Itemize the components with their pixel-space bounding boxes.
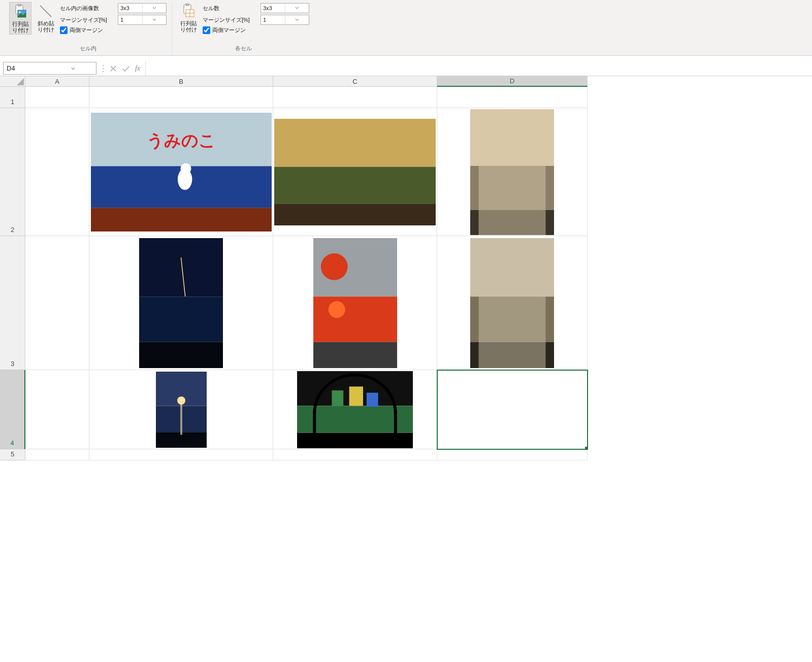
image-arched-corridor[interactable] (470, 109, 554, 235)
chevron-down-icon (50, 66, 96, 71)
ribbon-group-each-cell: 行列貼 り付け セル数 3x3 マージンサイズ[%] 1 (172, 2, 314, 55)
row-header-5[interactable]: 5 (0, 449, 25, 460)
svg-rect-21 (274, 119, 436, 167)
svg-rect-43 (180, 401, 182, 435)
svg-point-3 (19, 11, 21, 13)
clipboard-table-icon (180, 3, 197, 19)
row-header-1[interactable]: 1 (0, 87, 25, 108)
image-night-sky-meteor[interactable] (139, 238, 223, 368)
svg-rect-23 (274, 204, 436, 225)
image-hallway-stained-glass[interactable] (470, 238, 554, 368)
chevron-down-icon (285, 4, 309, 13)
row-header-3[interactable]: 3 (0, 236, 25, 370)
formula-buttons: fx (96, 61, 145, 76)
dots-icon (102, 64, 105, 73)
cell-B5[interactable] (89, 449, 273, 460)
svg-rect-29 (139, 342, 223, 368)
cell-B4[interactable] (89, 370, 273, 449)
paste-diagonal-button[interactable]: 斜め貼 り付け (35, 2, 57, 34)
cell-D3[interactable] (437, 236, 588, 370)
image-moonrise-sea[interactable] (156, 372, 207, 448)
group-label-cell-inner: セル内 (80, 43, 96, 55)
svg-point-20 (180, 163, 191, 174)
image-stained-glass-window[interactable] (297, 371, 413, 448)
images-per-cell-label: セル内の画像数 (60, 5, 116, 12)
col-header-B[interactable]: B (89, 76, 273, 87)
svg-rect-22 (274, 167, 436, 204)
image-tea-shop-market[interactable] (274, 119, 436, 225)
svg-point-11 (103, 68, 104, 69)
col-header-A[interactable]: A (25, 76, 89, 87)
col-header-C[interactable]: C (273, 76, 437, 87)
cancel-icon[interactable] (110, 65, 117, 72)
cell-A1[interactable] (25, 87, 89, 108)
row-header-4[interactable]: 4 (0, 370, 25, 449)
svg-rect-32 (313, 296, 397, 342)
margin-size-label: マージンサイズ[%] (60, 16, 116, 24)
paste-diagonal-label: 斜め貼 り付け (37, 20, 55, 32)
cell-C1[interactable] (273, 87, 437, 108)
enter-icon[interactable] (122, 65, 130, 72)
svg-point-35 (328, 301, 345, 318)
formula-bar: D4 fx (0, 61, 812, 76)
cell-A5[interactable] (25, 449, 89, 460)
svg-point-34 (320, 253, 347, 280)
svg-rect-17 (91, 208, 272, 231)
chevron-down-icon (142, 4, 167, 13)
cell-D5[interactable] (437, 449, 588, 460)
both-margin-checkbox-2[interactable]: 両側マージン (203, 26, 309, 34)
svg-rect-1 (18, 4, 21, 6)
col-header-D[interactable]: D (437, 76, 588, 87)
svg-rect-6 (186, 4, 189, 6)
chevron-down-icon (285, 15, 309, 24)
svg-point-10 (103, 64, 104, 65)
svg-rect-49 (367, 392, 378, 406)
cell-count-combo[interactable]: 3x3 (261, 3, 309, 13)
cell-C2[interactable] (273, 108, 437, 236)
paste-grid-label: 行列貼 り付け (12, 21, 29, 33)
svg-line-4 (40, 6, 51, 17)
svg-rect-48 (349, 386, 363, 406)
svg-rect-27 (139, 238, 223, 296)
cell-D4[interactable] (437, 370, 588, 449)
spreadsheet-grid: ABCD 12 うみのこ 3 4 (0, 76, 812, 460)
select-all-corner[interactable] (0, 76, 25, 87)
cell-B3[interactable] (89, 236, 273, 370)
paste-grid-button[interactable]: 行列貼 り付け (9, 2, 31, 35)
image-seagull-ship-umi-no-ko[interactable]: うみのこ (91, 113, 272, 231)
cell-D1[interactable] (437, 87, 588, 108)
group-label-each-cell: 各セル (235, 43, 252, 55)
cell-A4[interactable] (25, 370, 89, 449)
paste-grid-label-2: 行列貼 り付け (179, 20, 198, 32)
cell-B2[interactable]: うみのこ (89, 108, 273, 236)
margin-size-label-2: マージンサイズ[%] (203, 16, 258, 24)
images-per-cell-combo[interactable]: 3x3 (118, 3, 167, 13)
ribbon: 行列貼 り付け 斜め貼 り付け セル内の画像数 3x3 マージンサイズ[%] (0, 0, 812, 56)
ribbon-group-cell-inner: 行列貼 り付け 斜め貼 り付け セル内の画像数 3x3 マージンサイズ[%] (4, 2, 172, 55)
row-header-2[interactable]: 2 (0, 108, 25, 236)
image-lanterns-stairs[interactable] (313, 238, 397, 368)
cell-D2[interactable] (437, 108, 588, 236)
cell-count-label: セル数 (203, 5, 258, 12)
svg-point-12 (103, 71, 104, 72)
cell-C3[interactable] (273, 236, 437, 370)
fx-icon[interactable]: fx (135, 64, 140, 73)
svg-rect-28 (139, 296, 223, 342)
paste-grid-button-2[interactable]: 行列貼 り付け (177, 2, 200, 34)
svg-text:うみのこ: うみのこ (147, 131, 216, 149)
name-box-value: D4 (4, 64, 50, 72)
name-box[interactable]: D4 (3, 62, 96, 75)
margin-size-combo[interactable]: 1 (118, 15, 167, 25)
chevron-down-icon (142, 15, 167, 24)
cell-A3[interactable] (25, 236, 89, 370)
margin-size-combo-2[interactable]: 1 (261, 15, 309, 25)
both-margin-checkbox[interactable]: 両側マージン (60, 26, 167, 34)
cell-C5[interactable] (273, 449, 437, 460)
cell-C4[interactable] (273, 370, 437, 449)
formula-input[interactable] (145, 61, 812, 76)
svg-rect-47 (332, 390, 343, 406)
diagonal-icon (38, 3, 54, 19)
options-cell-inner: セル内の画像数 3x3 マージンサイズ[%] 1 両側マージン (60, 2, 167, 34)
cell-A2[interactable] (25, 108, 89, 236)
cell-B1[interactable] (89, 87, 273, 108)
